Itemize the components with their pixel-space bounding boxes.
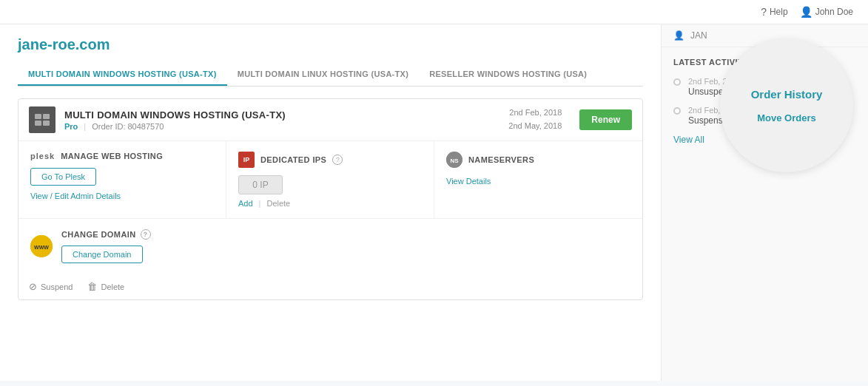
manage-web-hosting-title: MANAGE WEB HOSTING [61,152,163,160]
services-grid: plesk MANAGE WEB HOSTING Go To Plesk Vie… [18,141,642,219]
tab-reseller-windows[interactable]: RESELLER WINDOWS HOSTING (USA) [419,64,597,86]
renew-button[interactable]: Renew [579,109,632,130]
ns-icon: NS [446,152,462,168]
delete-label: Delete [101,282,124,291]
order-icon [29,106,55,133]
order-history-link[interactable]: Order History [742,85,832,104]
view-edit-admin-link[interactable]: View / Edit Admin Details [30,192,121,200]
tabs-bar: MULTI DOMAIN WINDOWS HOSTING (USA-TX) MU… [18,64,643,87]
change-domain-label: CHANGE DOMAIN ? [61,229,630,240]
manage-web-hosting-header: plesk MANAGE WEB HOSTING [30,152,214,160]
ip-icon: IP [238,152,255,168]
order-start-date: 2nd Feb, 2018 [508,106,562,120]
jan-text: JAN [690,30,707,41]
dedicated-ips-cell: IP DEDICATED IPS ? 0 IP Add | Delete [226,141,434,218]
user-icon: 👤 [800,6,813,18]
delete-action[interactable]: 🗑 Delete [87,281,124,292]
domain-title: jane-roe.com [18,36,643,53]
change-domain-button[interactable]: Change Domain [61,246,143,263]
delete-icon: 🗑 [87,281,97,292]
user-label: John Doe [815,7,853,17]
nameservers-cell: NS NAMESERVERS View Details [434,141,642,218]
order-id: Order ID: 80487570 [92,122,164,131]
order-name: MULTI DOMAIN WINDOWS HOSTING (USA-TX) [64,109,499,121]
activity-dot-2 [673,107,681,115]
suspend-action[interactable]: ⊘ Suspend [29,281,73,292]
dedicated-ips-title: DEDICATED IPS [260,155,326,164]
suspend-icon: ⊘ [29,281,37,292]
www-icon: WWW [30,235,53,257]
go-to-plesk-button[interactable]: Go To Plesk [30,168,96,186]
nameservers-view-details-link[interactable]: View Details [446,177,491,186]
ip-value: 0 IP [238,175,283,194]
add-delete-separator: | [259,199,261,208]
separator: | [84,122,86,131]
help-label: Help [770,7,788,17]
tab-multi-domain-linux[interactable]: MULTI DOMAIN LINUX HOSTING (USA-TX) [227,64,420,86]
order-header: MULTI DOMAIN WINDOWS HOSTING (USA-TX) Pr… [18,99,642,141]
delete-ip-link[interactable]: Delete [266,199,290,208]
add-delete-row: Add | Delete [238,199,422,208]
plesk-logo: plesk [30,152,55,160]
change-domain-info: CHANGE DOMAIN ? Change Domain [61,229,630,263]
tab-multi-domain-windows[interactable]: MULTI DOMAIN WINDOWS HOSTING (USA-TX) [18,64,227,86]
dedicated-ips-help-icon[interactable]: ? [332,155,343,165]
order-end-date: 2nd May, 2018 [508,120,562,133]
user-icon-small: 👤 [673,30,684,41]
move-orders-link[interactable]: Move Orders [748,109,824,126]
svg-text:NS: NS [450,158,459,164]
user-menu[interactable]: 👤 John Doe [800,6,853,18]
change-domain-help-icon[interactable]: ? [141,229,151,240]
order-meta: Pro | Order ID: 80487570 [64,122,499,131]
change-domain-row: WWW CHANGE DOMAIN ? Change Domain [18,219,642,274]
add-ip-link[interactable]: Add [238,199,253,208]
activity-dot-1 [673,78,681,86]
pro-badge: Pro [64,122,78,131]
nameservers-header: NS NAMESERVERS [446,152,630,168]
help-link[interactable]: ? Help [761,6,787,18]
order-info: MULTI DOMAIN WINDOWS HOSTING (USA-TX) Pr… [64,109,499,131]
dedicated-ips-header: IP DEDICATED IPS ? [238,152,422,168]
svg-text:WWW: WWW [34,245,49,250]
help-icon: ? [761,6,767,18]
manage-web-hosting-cell: plesk MANAGE WEB HOSTING Go To Plesk Vie… [18,141,226,218]
order-card: MULTI DOMAIN WINDOWS HOSTING (USA-TX) Pr… [18,98,643,300]
right-sidebar: Order History Move Orders 👤 JAN LATEST A… [661,24,868,381]
nameservers-title: NAMESERVERS [468,155,534,164]
order-dates: 2nd Feb, 2018 2nd May, 2018 [508,106,562,132]
circle-overlay-menu: Order History Move Orders [720,39,853,172]
suspend-label: Suspend [41,282,73,291]
order-footer: ⊘ Suspend 🗑 Delete [18,274,642,299]
